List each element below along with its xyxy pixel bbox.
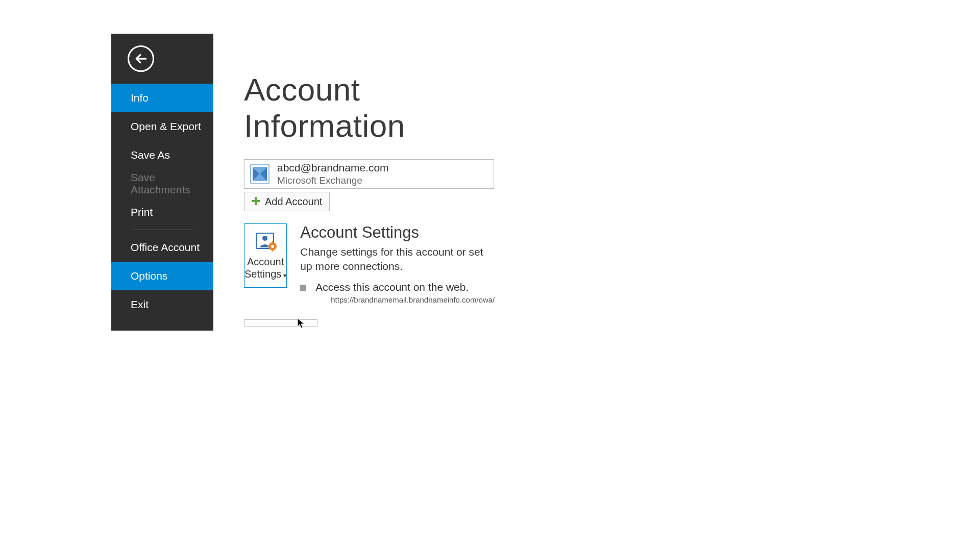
sidebar-item-label: Info xyxy=(131,92,149,104)
next-section-tile-partial[interactable] xyxy=(244,319,317,327)
backstage-window: Info Open & Export Save As Save Attachme… xyxy=(111,34,525,331)
sidebar-item-open-export[interactable]: Open & Export xyxy=(111,112,213,141)
sidebar-item-label: Print xyxy=(131,206,153,218)
account-selector[interactable]: abcd@brandname.com Microsoft Exchange xyxy=(244,159,494,189)
svg-rect-3 xyxy=(252,200,260,202)
main-content: Account Information abcd@brandname.com M… xyxy=(213,34,525,331)
sidebar-item-label: Office Account xyxy=(131,241,200,254)
account-email: abcd@brandname.com xyxy=(277,161,389,174)
svg-point-7 xyxy=(271,245,274,248)
account-settings-section: Account Settings▾ Account Settings Chang… xyxy=(244,223,494,304)
page-title: Account Information xyxy=(244,71,494,144)
account-settings-icon xyxy=(254,231,277,252)
sidebar-divider xyxy=(131,230,194,230)
dropdown-caret-icon: ▾ xyxy=(283,272,286,279)
account-settings-description: Change settings for this account or set … xyxy=(300,245,495,274)
sidebar-item-save-attachments: Save Attachments xyxy=(111,169,213,198)
sidebar-item-save-as[interactable]: Save As xyxy=(111,141,213,169)
account-settings-text: Account Settings Change settings for thi… xyxy=(300,223,495,304)
web-access-bullet: Access this account on the web. https://… xyxy=(300,281,495,304)
add-account-button[interactable]: Add Account xyxy=(244,192,330,211)
add-account-label: Add Account xyxy=(265,196,322,208)
sidebar-item-label: Save Attachments xyxy=(131,171,213,196)
sidebar-item-info[interactable]: Info xyxy=(111,84,213,112)
account-settings-tile-label: Account Settings▾ xyxy=(244,256,286,280)
sidebar-item-exit[interactable]: Exit xyxy=(111,290,213,319)
backstage-sidebar: Info Open & Export Save As Save Attachme… xyxy=(111,34,213,331)
sidebar-item-label: Save As xyxy=(131,149,170,161)
back-button[interactable] xyxy=(111,34,213,84)
bullet-icon xyxy=(300,285,306,291)
plus-icon xyxy=(252,196,260,208)
sidebar-item-label: Open & Export xyxy=(131,120,201,133)
account-type: Microsoft Exchange xyxy=(277,174,389,187)
sidebar-item-label: Options xyxy=(131,270,167,282)
svg-point-5 xyxy=(262,236,267,241)
sidebar-item-print[interactable]: Print xyxy=(111,198,213,227)
sidebar-item-label: Exit xyxy=(131,298,149,311)
sidebar-item-office-account[interactable]: Office Account xyxy=(111,233,213,262)
account-text: abcd@brandname.com Microsoft Exchange xyxy=(277,161,389,187)
account-settings-tile[interactable]: Account Settings▾ xyxy=(244,223,287,288)
back-arrow-icon xyxy=(128,45,154,72)
sidebar-item-options[interactable]: Options xyxy=(111,262,213,290)
account-settings-heading: Account Settings xyxy=(300,223,495,242)
web-access-url[interactable]: https://brandnamemail.brandnameinfo.com/… xyxy=(331,295,495,304)
exchange-icon xyxy=(250,164,270,184)
web-access-text: Access this account on the web. xyxy=(315,281,495,293)
